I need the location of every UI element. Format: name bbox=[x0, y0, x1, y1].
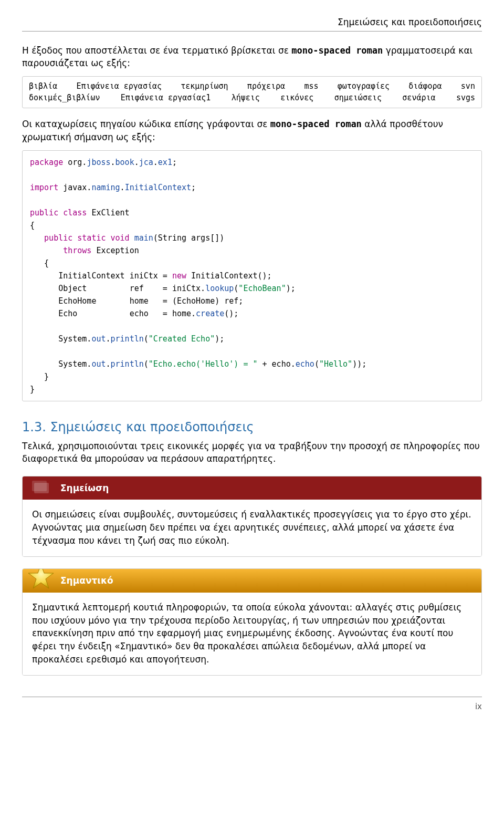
source-code-example: package org.jboss.book.jca.ex1; import j… bbox=[22, 150, 482, 401]
word: λήψεις bbox=[232, 92, 260, 104]
admonition-note-title: Σημείωση bbox=[60, 483, 109, 493]
word: mss bbox=[304, 81, 318, 92]
admonition-note: Σημείωση Οι σημειώσεις είναι συμβουλές, … bbox=[22, 476, 482, 557]
page-number: ix bbox=[22, 701, 482, 713]
word: σενάρια bbox=[402, 92, 435, 104]
word: τεκμηρίωση bbox=[181, 81, 228, 92]
star-icon bbox=[27, 568, 55, 591]
intro-text-before: Η έξοδος που αποστέλλεται σε ένα τερματι… bbox=[22, 45, 291, 56]
intro-mono-1: mono-spaced roman bbox=[291, 45, 383, 56]
word: δοκιμές_βιβλίων bbox=[29, 92, 100, 104]
admonition-important-body: Σημαντικά λεπτομερή κουτιά πληροφοριών, … bbox=[23, 593, 481, 675]
word: φωτογραφίες bbox=[338, 81, 390, 92]
word: Επιφάνεια εργασίας bbox=[76, 81, 162, 92]
word: βιβλία bbox=[29, 81, 57, 92]
svg-marker-2 bbox=[28, 568, 54, 588]
word: διάφορα bbox=[408, 81, 442, 92]
admonition-important-title: Σημαντικό bbox=[60, 575, 113, 586]
word: svn bbox=[461, 81, 475, 92]
word: Επιφάνεια εργασίας1 bbox=[121, 92, 211, 104]
terminal-output-example: βιβλία Επιφάνεια εργασίας τεκμηρίωση πρό… bbox=[22, 76, 482, 109]
section-heading: 1.3. Σημειώσεις και προειδοποιήσεις bbox=[22, 418, 482, 437]
admonition-note-header: Σημείωση bbox=[23, 476, 481, 500]
admonition-note-body: Οι σημειώσεις είναι συμβουλές, συντομεύσ… bbox=[23, 500, 481, 556]
running-header: Σημειώσεις και προειδοποιήσεις bbox=[22, 16, 482, 29]
section-body: Τελικά, χρησιμοποιούνται τρεις εικονικές… bbox=[22, 440, 482, 465]
word: εικόνες bbox=[280, 92, 313, 104]
intro2-before: Οι καταχωρίσεις πηγαίου κώδικα επίσης γρ… bbox=[22, 119, 270, 129]
word: πρόχειρα bbox=[247, 81, 285, 92]
word: σημειώσεις bbox=[334, 92, 382, 104]
svg-rect-1 bbox=[34, 483, 49, 493]
intro-paragraph-2: Οι καταχωρίσεις πηγαίου κώδικα επίσης γρ… bbox=[22, 118, 482, 143]
intro-paragraph-1: Η έξοδος που αποστέλλεται σε ένα τερματι… bbox=[22, 44, 482, 70]
admonition-important: Σημαντικό Σημαντικά λεπτομερή κουτιά πλη… bbox=[22, 568, 482, 676]
note-icon bbox=[31, 479, 52, 494]
word: svgs bbox=[456, 92, 475, 104]
footer-divider bbox=[22, 697, 482, 697]
admonition-important-header: Σημαντικό bbox=[23, 569, 481, 593]
header-divider bbox=[22, 31, 482, 32]
intro-mono-2: mono-spaced roman bbox=[270, 119, 362, 129]
